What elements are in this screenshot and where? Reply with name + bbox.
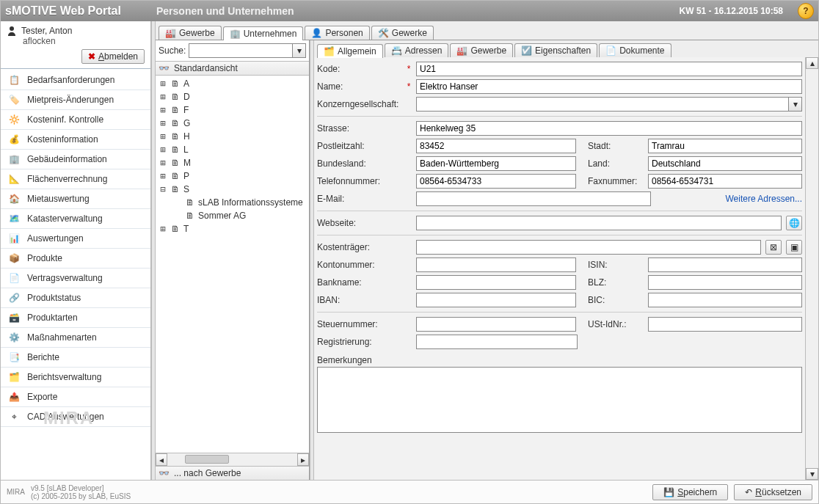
nav-item-1[interactable]: 🏷️Mietpreis-Änderungen [1, 90, 150, 110]
tree-node[interactable]: 🗎sLAB Informationssysteme [156, 196, 309, 209]
chevron-down-icon[interactable]: ▾ [292, 44, 305, 57]
input-ust[interactable] [648, 317, 802, 332]
input-reg[interactable] [416, 335, 578, 349]
detail-tab-eigenschaften[interactable]: ☑️Eigenschaften [514, 43, 597, 57]
form-vscrollbar[interactable]: ▴ ▾ [805, 57, 818, 480]
addressbook-icon: 📇 [391, 45, 402, 56]
nav-item-10[interactable]: 📄Vertragsverwaltung [1, 269, 150, 288]
nav-item-17[interactable]: ⌖CAD Auswertungen [1, 407, 150, 427]
tree-hscrollbar[interactable]: ◂ ▸ [156, 453, 309, 466]
cad-icon: ⌖ [7, 410, 21, 423]
chevron-down-icon[interactable]: ▾ [788, 98, 801, 111]
input-blz[interactable] [648, 275, 802, 290]
tree-node[interactable]: ⊟🗎S [156, 183, 309, 196]
detail-tab-label: Allgemein [338, 46, 376, 56]
tree-footer[interactable]: 👓 ... nach Gewerbe [156, 466, 309, 480]
nav-item-3[interactable]: 💰Kosteninformation [1, 130, 150, 150]
detail-tab-gewerbe[interactable]: 🏭Gewerbe [450, 43, 513, 57]
detail-tab-adressen[interactable]: 📇Adressen [385, 43, 449, 57]
logout-button[interactable]: ✖ Abmelden [81, 49, 145, 64]
input-bank[interactable] [416, 275, 576, 290]
expander-icon[interactable]: ⊞ [159, 224, 167, 234]
input-bic[interactable] [648, 293, 802, 307]
lookup-button[interactable]: ▣ [786, 240, 802, 255]
reset-button[interactable]: ↶ Rücksetzen [734, 484, 812, 500]
module-tab-gewerbe[interactable]: 🏭Gewerbe [159, 26, 222, 40]
tree-node[interactable]: ⊞🗎D [156, 90, 309, 103]
required-marker: * [406, 64, 412, 74]
input-bundesland[interactable] [416, 156, 576, 171]
company-icon: 🏢 [230, 29, 241, 39]
input-kostentraeger[interactable] [416, 240, 761, 255]
expander-icon[interactable]: ⊞ [159, 131, 167, 142]
scroll-left-icon[interactable]: ◂ [156, 453, 167, 466]
nav-item-4[interactable]: 🏢Gebäudeinformation [1, 150, 150, 169]
expander-icon[interactable]: ⊞ [159, 105, 167, 115]
expander-icon[interactable]: ⊞ [159, 118, 167, 128]
input-plz[interactable] [416, 139, 576, 153]
textarea-bemerkungen[interactable] [317, 367, 802, 433]
input-konto[interactable] [416, 258, 576, 272]
input-tel[interactable] [416, 174, 576, 189]
nav-item-11[interactable]: 🔗Produktstatus [1, 288, 150, 308]
scroll-down-icon[interactable]: ▾ [806, 468, 818, 480]
expander-icon[interactable]: ⊞ [159, 78, 167, 89]
input-isin[interactable] [648, 258, 802, 272]
search-combo[interactable]: ▾ [189, 43, 306, 58]
input-fax[interactable] [648, 174, 802, 189]
label-reg: Registrierung: [317, 337, 401, 347]
input-land[interactable] [648, 156, 802, 171]
detail-tab-dokumente[interactable]: 📄Dokumente [599, 43, 671, 57]
tree-node[interactable]: ⊞🗎M [156, 156, 309, 169]
input-name[interactable] [416, 79, 802, 94]
tree-node[interactable]: ⊞🗎G [156, 117, 309, 130]
tree-node[interactable]: 🗎Sommer AG [156, 209, 309, 222]
expander-icon[interactable]: ⊞ [159, 92, 167, 102]
input-web[interactable] [416, 216, 782, 230]
nav-item-label: Gebäudeinformation [27, 154, 107, 164]
nav-item-5[interactable]: 📐Flächenverrechnung [1, 169, 150, 189]
input-kode[interactable] [416, 62, 802, 76]
input-iban[interactable] [416, 293, 576, 307]
tree-header[interactable]: 👓 Standardansicht [156, 62, 309, 76]
tree-node[interactable]: ⊞🗎L [156, 143, 309, 156]
tree-node[interactable]: ⊞🗎F [156, 103, 309, 117]
input-stadt[interactable] [648, 139, 802, 153]
select-konzern[interactable]: ▾ [416, 97, 802, 112]
more-addresses-link[interactable]: Weitere Adressen... [655, 194, 802, 204]
module-tabs: 🏭Gewerbe🏢Unternehmen👤Personen🛠️Gewerke [156, 21, 818, 40]
input-strasse[interactable] [416, 121, 802, 136]
nav-item-7[interactable]: 🗺️Katasterverwaltung [1, 209, 150, 229]
input-steuer[interactable] [416, 317, 576, 332]
nav-item-14[interactable]: 📑Berichte [1, 348, 150, 368]
module-tab-personen[interactable]: 👤Personen [305, 26, 369, 40]
scroll-thumb[interactable] [185, 455, 229, 464]
expander-icon[interactable]: ⊞ [159, 171, 167, 181]
nav-item-15[interactable]: 🗂️Berichtsverwaltung [1, 368, 150, 387]
tree-node[interactable]: ⊞🗎T [156, 222, 309, 235]
scroll-right-icon[interactable]: ▸ [297, 453, 309, 466]
module-tab-unternehmen[interactable]: 🏢Unternehmen [223, 26, 304, 40]
save-button[interactable]: 💾 Speichern [652, 484, 728, 500]
input-email[interactable] [416, 191, 651, 206]
help-button[interactable]: ? [798, 3, 814, 19]
expander-icon[interactable]: ⊞ [159, 145, 167, 155]
nav-item-2[interactable]: 🔆Kosteninf. Kontrolle [1, 110, 150, 130]
module-tab-gewerke[interactable]: 🛠️Gewerke [371, 26, 434, 40]
nav-item-12[interactable]: 🗃️Produktarten [1, 308, 150, 328]
nav-item-13[interactable]: ⚙️Maßnahmenarten [1, 328, 150, 348]
nav-item-8[interactable]: 📊Auswertungen [1, 229, 150, 249]
tree-node[interactable]: ⊞🗎P [156, 169, 309, 183]
nav-item-16[interactable]: 📤Exporte [1, 387, 150, 407]
scroll-up-icon[interactable]: ▴ [806, 57, 818, 69]
tree-node[interactable]: ⊞🗎A [156, 77, 309, 90]
nav-item-0[interactable]: 📋Bedarfsanforderungen [1, 70, 150, 90]
tree-node[interactable]: ⊞🗎H [156, 130, 309, 143]
nav-item-9[interactable]: 📦Produkte [1, 249, 150, 269]
globe-button[interactable]: 🌐 [786, 216, 802, 230]
detail-tab-allgemein[interactable]: 🗂️Allgemein [317, 44, 383, 58]
nav-item-6[interactable]: 🏠Mietauswertung [1, 189, 150, 209]
clear-button[interactable]: ⊠ [765, 240, 782, 255]
expander-icon[interactable]: ⊟ [159, 184, 167, 194]
expander-icon[interactable]: ⊞ [159, 158, 167, 168]
